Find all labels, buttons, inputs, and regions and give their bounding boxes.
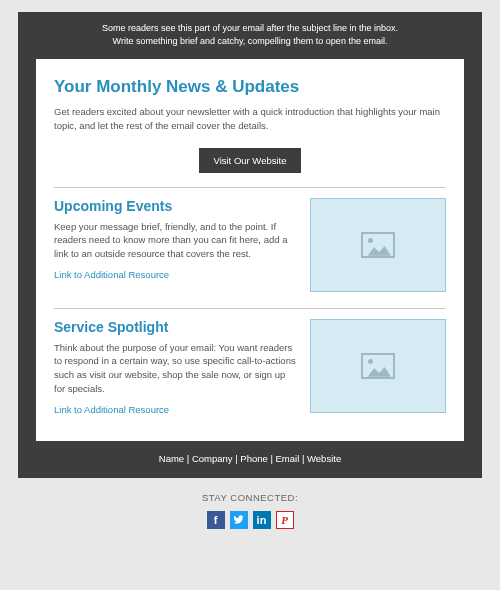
email-container: Some readers see this part of your email… bbox=[18, 12, 482, 478]
facebook-icon[interactable]: f bbox=[207, 511, 225, 529]
section-upcoming-events: Upcoming Events Keep your message brief,… bbox=[54, 198, 446, 292]
image-icon bbox=[361, 232, 395, 258]
twitter-icon[interactable] bbox=[230, 511, 248, 529]
footer-contact: Name | Company | Phone | Email | Website bbox=[18, 441, 482, 478]
divider bbox=[54, 308, 446, 309]
visit-website-button[interactable]: Visit Our Website bbox=[199, 148, 300, 173]
linkedin-icon[interactable]: in bbox=[253, 511, 271, 529]
preheader-line2: Write something brief and catchy, compel… bbox=[48, 35, 452, 48]
additional-resource-link[interactable]: Link to Additional Resource bbox=[54, 404, 169, 415]
preheader-line1: Some readers see this part of your email… bbox=[48, 22, 452, 35]
cta-wrap: Visit Our Website bbox=[54, 148, 446, 173]
additional-resource-link[interactable]: Link to Additional Resource bbox=[54, 269, 169, 280]
pinterest-icon[interactable]: P bbox=[276, 511, 294, 529]
image-placeholder bbox=[310, 319, 446, 413]
preheader: Some readers see this part of your email… bbox=[18, 12, 482, 59]
section-body: Think about the purpose of your email: Y… bbox=[54, 341, 296, 396]
stay-connected-label: STAY CONNECTED: bbox=[18, 492, 482, 503]
intro-text: Get readers excited about your newslette… bbox=[54, 105, 446, 134]
image-placeholder bbox=[310, 198, 446, 292]
stay-connected: STAY CONNECTED: f in P bbox=[18, 492, 482, 529]
image-icon bbox=[361, 353, 395, 379]
section-text: Service Spotlight Think about the purpos… bbox=[54, 319, 296, 415]
divider bbox=[54, 187, 446, 188]
section-title: Upcoming Events bbox=[54, 198, 296, 214]
section-service-spotlight: Service Spotlight Think about the purpos… bbox=[54, 319, 446, 415]
headline: Your Monthly News & Updates bbox=[54, 77, 446, 97]
section-text: Upcoming Events Keep your message brief,… bbox=[54, 198, 296, 280]
social-row: f in P bbox=[18, 511, 482, 529]
section-body: Keep your message brief, friendly, and t… bbox=[54, 220, 296, 261]
section-title: Service Spotlight bbox=[54, 319, 296, 335]
content-box: Your Monthly News & Updates Get readers … bbox=[36, 59, 464, 441]
